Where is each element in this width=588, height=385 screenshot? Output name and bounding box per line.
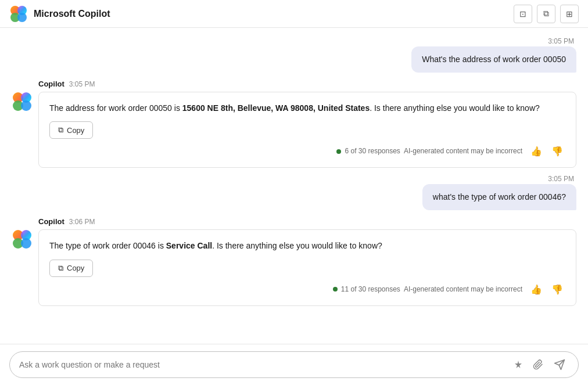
response-meta-1: 6 of 30 responses AI-generated content m…: [336, 146, 522, 157]
copilot-avatar-icon-2: [12, 229, 33, 250]
copy-icon-2: ⧉: [58, 264, 63, 273]
copilot-bubble-1: The address for work order 00050 is 1560…: [38, 92, 576, 168]
chat-input[interactable]: [19, 360, 506, 369]
copilot-label-row-2: Copilot 3:06 PM: [38, 217, 576, 226]
header-actions: ⊡ ⧉ ⊞: [514, 5, 579, 23]
response-footer-1: 6 of 30 responses AI-generated content m…: [49, 145, 565, 158]
ai-note-2: AI-generated content may be incorrect: [404, 284, 522, 295]
sparkle-icon-button[interactable]: [511, 358, 526, 371]
green-dot-2: [333, 287, 338, 292]
copilot-text-bold-2: Service Call: [166, 241, 212, 250]
copilot-content-2: Copilot 3:06 PM The type of work order 0…: [38, 217, 576, 305]
input-box: [9, 351, 579, 378]
input-area: [0, 344, 588, 385]
copilot-text-after-1: . Is there anything else you would like …: [370, 103, 540, 113]
copy-button-1[interactable]: ⧉ Copy: [49, 121, 93, 139]
copilot-time-2: 3:06 PM: [69, 218, 95, 226]
copilot-label-row-1: Copilot 3:05 PM: [38, 80, 576, 88]
svg-point-11: [21, 238, 31, 249]
thumbs-down-button-2[interactable]: 👎: [549, 283, 565, 296]
response-footer-2: 11 of 30 responses AI-generated content …: [49, 283, 565, 296]
copilot-sender-2: Copilot: [38, 217, 64, 226]
user-bubble-1: What's the address of work order 00050: [411, 46, 576, 73]
response-count-2: 11 of 30 responses: [341, 284, 400, 295]
app-header: Microsoft Copilot ⊡ ⧉ ⊞: [0, 0, 588, 28]
header-icon-1-button[interactable]: ⊡: [514, 5, 532, 23]
attachment-icon-button[interactable]: [530, 358, 546, 371]
ai-note-1: AI-generated content may be incorrect: [404, 146, 522, 157]
response-meta-2: 11 of 30 responses AI-generated content …: [333, 284, 522, 295]
copilot-logo-icon: [9, 5, 28, 23]
app-title: Microsoft Copilot: [34, 9, 110, 19]
copilot-content-1: Copilot 3:05 PM The address for work ord…: [38, 80, 576, 168]
copilot-text-before-1: The address for work order 00050 is: [49, 103, 182, 113]
header-icon-3-button[interactable]: ⊞: [560, 5, 579, 23]
copilot-text-after-2: . Is there anything else you would like …: [212, 241, 382, 250]
feedback-icons-1: 👍 👎: [528, 145, 565, 158]
copy-label-1: Copy: [67, 126, 84, 135]
user-message-2: 3:05 PM what's the type of work order 00…: [12, 175, 576, 210]
header-icon-2-button[interactable]: ⧉: [537, 5, 555, 23]
thumbs-down-button-1[interactable]: 👎: [549, 145, 565, 158]
user-message-1-timestamp: 3:05 PM: [548, 37, 576, 45]
user-bubble-2: what's the type of work order 00046?: [422, 184, 576, 210]
header-left: Microsoft Copilot: [9, 5, 110, 23]
svg-point-3: [17, 13, 27, 22]
chat-area: 3:05 PM What's the address of work order…: [0, 28, 588, 344]
feedback-icons-2: 👍 👎: [528, 283, 565, 296]
thumbs-up-button-1[interactable]: 👍: [528, 145, 544, 158]
send-button[interactable]: [550, 358, 569, 372]
copy-button-2[interactable]: ⧉ Copy: [49, 260, 93, 277]
copilot-response-2: Copilot 3:06 PM The type of work order 0…: [12, 217, 576, 305]
copilot-sender-1: Copilot: [38, 80, 64, 88]
user-message-1: 3:05 PM What's the address of work order…: [12, 37, 576, 73]
svg-point-7: [21, 100, 31, 111]
copilot-text-bold-1: 15600 NE 8th, Bellevue, WA 98008, United…: [182, 103, 370, 113]
copilot-text-before-2: The type of work order 00046 is: [49, 241, 166, 250]
copy-icon-1: ⧉: [58, 125, 63, 135]
copilot-time-1: 3:05 PM: [69, 80, 95, 88]
green-dot-1: [336, 149, 341, 154]
copilot-bubble-2: The type of work order 00046 is Service …: [38, 229, 576, 305]
copilot-response-1: Copilot 3:05 PM The address for work ord…: [12, 80, 576, 168]
copilot-avatar-icon-1: [12, 91, 33, 112]
response-count-1: 6 of 30 responses: [345, 146, 400, 157]
thumbs-up-button-2[interactable]: 👍: [528, 283, 544, 296]
user-message-2-timestamp: 3:05 PM: [548, 175, 576, 183]
copy-label-2: Copy: [67, 264, 84, 272]
